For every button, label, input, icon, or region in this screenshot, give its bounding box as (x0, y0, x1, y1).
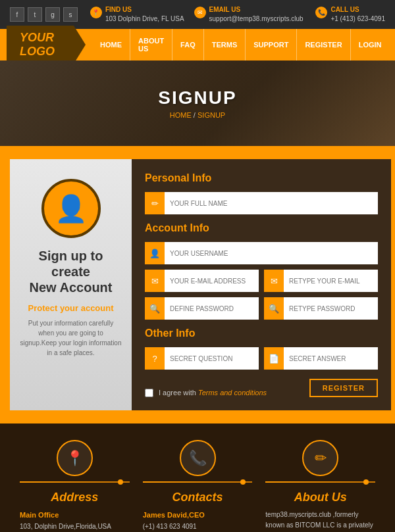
facebook-icon[interactable]: f (10, 7, 24, 22)
secret-question-input[interactable] (165, 347, 259, 370)
about-text: temp38.myscripts.club ,formerly known as… (265, 510, 375, 532)
footer-address-col: 📍 Address Main Office 103, Dolphin Drive… (13, 440, 136, 532)
top-bar: f t g s 📍 FIND US 103 Dolphin Drive, FL … (0, 0, 395, 29)
contacts-icon-circle: 📞 (180, 440, 216, 476)
twitter-icon[interactable]: t (28, 7, 42, 22)
address-icon-circle: 📍 (57, 440, 93, 476)
nav-about[interactable]: ABOUT US (130, 29, 172, 60)
email-us: ✉ EMAIL US support@temp38.myscripts.club (194, 5, 303, 24)
question-icon: ? (145, 347, 165, 370)
username-input[interactable] (165, 242, 378, 264)
personal-info-title: Personal Info (145, 172, 378, 184)
retype-password-icon: 🔍 (264, 297, 284, 320)
secret-question-wrap: ? (145, 347, 259, 370)
find-us: 📍 FIND US 103 Dolphin Drive, FL USA (90, 5, 184, 24)
hero-title: SIGNUP (158, 87, 236, 109)
breadcrumb: HOME / SIGNUP (170, 111, 225, 119)
nav-faq[interactable]: FAQ (172, 29, 204, 60)
password-row: 🔍 🔍 (145, 297, 378, 320)
retype-email-icon: ✉ (264, 270, 284, 292)
nav-terms[interactable]: TERMS (204, 29, 246, 60)
nav-register[interactable]: REGISTER (297, 29, 350, 60)
email-icon: ✉ (194, 7, 206, 18)
social-icons: f t g s (10, 7, 78, 22)
nav-support[interactable]: SUPPORT (246, 29, 297, 60)
logo: YOUR LOGO (7, 26, 86, 64)
agree-text: I agree with Terms and conditions (159, 389, 267, 397)
footer-divider-contacts (143, 481, 253, 483)
bottom-row: I agree with Terms and conditions REGIST… (145, 379, 378, 397)
email-input[interactable] (165, 270, 259, 292)
password-icon: 🔍 (145, 297, 165, 320)
edit-icon: ✏ (145, 192, 165, 214)
password-input-wrap: 🔍 (145, 297, 259, 320)
hero-section: SIGNUP HOME / SIGNUP (0, 60, 395, 146)
google-icon[interactable]: g (45, 7, 60, 22)
skype-icon[interactable]: s (63, 7, 78, 22)
navbar: YOUR LOGO HOME ABOUT US FAQ TERMS SUPPOR… (0, 29, 395, 60)
phone-icon: 📞 (315, 7, 327, 18)
address-title: Address (20, 491, 130, 504)
register-button[interactable]: REGISTER (309, 379, 378, 397)
contact-info: 📍 FIND US 103 Dolphin Drive, FL USA ✉ EM… (90, 5, 303, 24)
account-info-title: Account Info (145, 222, 378, 234)
call-us: 📞 CALL US +1 (413) 623-4091 (315, 5, 385, 24)
footer-contacts-col: 📞 Contacts James David,CEO (+1) 413 623 … (136, 440, 259, 532)
username-group: 👤 (145, 242, 378, 264)
retype-password-input-wrap: 🔍 (264, 297, 378, 320)
address-text: Main Office 103, Dolphin Drive,Florida,U… (20, 510, 130, 532)
main-content: 👤 Sign up to create New Account Protect … (0, 146, 395, 423)
nav-home[interactable]: HOME (92, 29, 130, 60)
retype-email-input-wrap: ✉ (264, 270, 378, 292)
contacts-text: James David,CEO (+1) 413 623 4091 Compan… (143, 510, 253, 532)
email-input-wrap: ✉ (145, 270, 259, 292)
secret-row: ? 📄 (145, 347, 378, 370)
about-icon-circle: ✏ (302, 440, 338, 476)
footer-divider-about (265, 481, 375, 483)
password-input[interactable] (165, 297, 259, 320)
secret-answer-wrap: 📄 (264, 347, 378, 370)
nav-links: HOME ABOUT US FAQ TERMS SUPPORT REGISTER… (92, 29, 390, 60)
answer-icon: 📄 (264, 347, 284, 370)
protect-title: Protect your account (28, 303, 113, 313)
secret-answer-input[interactable] (284, 347, 378, 370)
footer-divider-address (20, 481, 130, 483)
email-field-icon: ✉ (145, 270, 165, 292)
retype-email-input[interactable] (284, 270, 378, 292)
retype-password-input[interactable] (284, 297, 378, 320)
protect-text: Put your information carefully when you … (20, 318, 122, 358)
agree-checkbox[interactable] (145, 389, 153, 397)
contacts-title: Contacts (143, 491, 253, 504)
user-icon: 👤 (145, 242, 165, 264)
other-info-section: Other Info ? 📄 (145, 327, 378, 370)
footer-about-col: ✏ About Us temp38.myscripts.club ,former… (259, 440, 382, 532)
terms-link[interactable]: Terms and conditions (198, 389, 267, 397)
location-icon: 📍 (90, 7, 102, 18)
footer-top: 📍 Address Main Office 103, Dolphin Drive… (0, 423, 395, 532)
full-name-input-wrap: ✏ (145, 192, 378, 214)
full-name-group: ✏ (145, 192, 378, 214)
username-input-wrap: 👤 (145, 242, 378, 264)
about-title: About Us (265, 491, 375, 504)
full-name-input[interactable] (165, 192, 378, 214)
user-avatar-icon: 👤 (55, 193, 88, 224)
signup-title: Sign up to create New Account (20, 248, 122, 295)
avatar-circle: 👤 (41, 179, 101, 238)
content-wrapper: 👤 Sign up to create New Account Protect … (10, 159, 385, 410)
nav-login[interactable]: LOGIN (351, 29, 390, 60)
agree-row: I agree with Terms and conditions (145, 389, 267, 397)
other-info-title: Other Info (145, 327, 378, 339)
form-panel: Personal Info ✏ Account Info 👤 (132, 159, 391, 410)
email-row: ✉ ✉ (145, 270, 378, 292)
left-panel: 👤 Sign up to create New Account Protect … (10, 159, 132, 410)
